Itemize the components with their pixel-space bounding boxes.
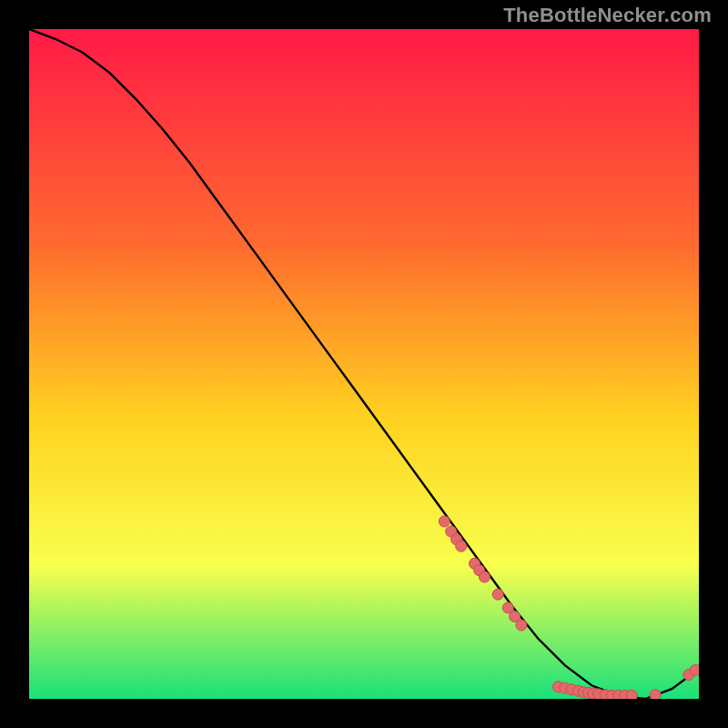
plot-area [29, 29, 699, 699]
data-dot [650, 690, 661, 699]
data-dot [690, 664, 699, 675]
chart-frame: TheBottleNecker.com [0, 0, 728, 728]
data-dot [516, 620, 527, 631]
data-dot [439, 516, 450, 527]
chart-svg [29, 29, 699, 699]
data-dot [626, 690, 637, 699]
data-dot [492, 589, 503, 600]
watermark-text: TheBottleNecker.com [503, 4, 712, 27]
gradient-background [29, 29, 699, 699]
data-dot [456, 541, 467, 551]
data-dot [479, 571, 490, 582]
